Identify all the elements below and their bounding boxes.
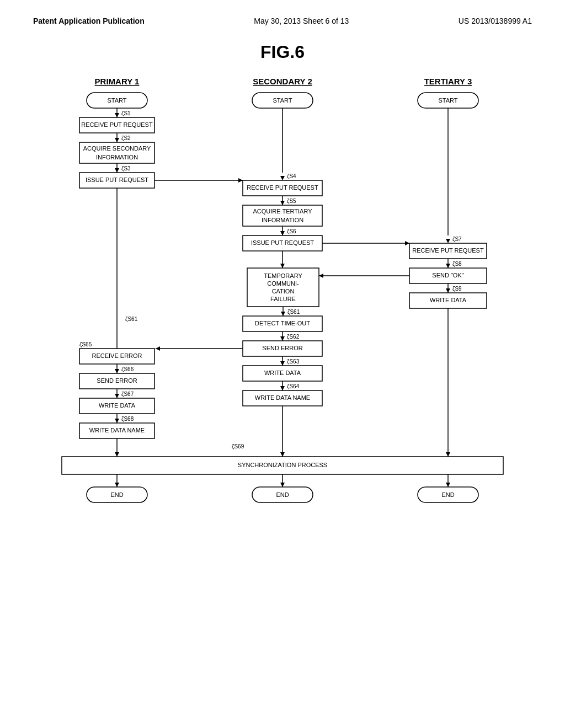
svg-marker-15: [405, 241, 409, 245]
temp-failure-text3: CATION: [272, 288, 295, 295]
flowchart-svg: PRIMARY 1 SECONDARY 2 TERTIARY 3 START ζ…: [45, 73, 520, 713]
tertiary-start-text: START: [438, 97, 457, 104]
s1-label: ζS1: [121, 110, 131, 117]
svg-marker-44: [115, 452, 119, 457]
write-data-name-1-text: WRITE DATA NAME: [89, 427, 145, 433]
svg-marker-1: [115, 113, 119, 117]
svg-marker-7: [238, 178, 243, 183]
receive-error-text: RECEIVE ERROR: [92, 352, 142, 359]
s61-label: ζS61: [125, 316, 138, 323]
s63-label: ζS63: [287, 358, 300, 365]
s7-label: ζS7: [452, 236, 462, 243]
svg-marker-19: [446, 264, 450, 268]
s69-label: ζS69: [232, 443, 244, 450]
s64-label: ζS64: [287, 383, 300, 390]
secondary-end-text: END: [276, 491, 289, 498]
svg-marker-13: [280, 231, 285, 235]
receive-put-2-text: RECEIVE PUT REQUEST: [247, 184, 318, 191]
acquire-secondary-text2: INFORMATION: [96, 154, 138, 160]
s68-label: ζS68: [121, 416, 134, 422]
s6-label: ζS6: [287, 228, 296, 235]
svg-marker-27: [281, 312, 285, 316]
s66-label: ζS66: [121, 366, 134, 373]
write-data-name-2-text: WRITE DATA NAME: [255, 394, 310, 401]
svg-marker-5: [115, 168, 119, 173]
s9-label: ζS9: [452, 286, 462, 292]
col2-label: SECONDARY 2: [253, 77, 312, 86]
svg-marker-31: [156, 346, 160, 351]
svg-marker-52: [280, 483, 285, 487]
s2-label: ζS2: [121, 135, 131, 142]
s61-label2: ζS61: [287, 309, 300, 315]
col1-label: PRIMARY 1: [95, 77, 140, 86]
svg-marker-40: [115, 394, 119, 398]
s8-label: ζS8: [452, 261, 462, 267]
header-right: US 2013/0138999 A1: [459, 17, 532, 25]
s3-label: ζS3: [121, 165, 131, 172]
page: Patent Application Publication May 30, 2…: [0, 0, 565, 728]
receive-put-3-text: RECEIVE PUT REQUEST: [412, 247, 484, 254]
svg-marker-21: [446, 288, 450, 293]
svg-marker-48: [446, 452, 450, 457]
svg-marker-17: [446, 239, 450, 243]
header-left: Patent Application Publication: [33, 17, 145, 25]
svg-marker-46: [280, 452, 285, 457]
acquire-secondary-text1: ACQUIRE SECONDARY: [83, 145, 151, 152]
col3-label: TERTIARY 3: [424, 77, 472, 86]
send-error-2-text: SEND ERROR: [97, 377, 137, 384]
receive-put-1-text: RECEIVE PUT REQUEST: [81, 121, 153, 128]
temp-failure-text2: COMMUNI-: [267, 280, 299, 287]
secondary-start-text: START: [273, 97, 292, 104]
write-data-3-text: WRITE DATA: [430, 297, 467, 303]
acquire-tertiary-text1: ACQUIRE TERTIARY: [253, 208, 313, 215]
svg-marker-23: [319, 274, 323, 278]
svg-marker-38: [115, 369, 119, 373]
svg-marker-54: [446, 483, 450, 487]
s62-label: ζS62: [287, 334, 300, 340]
s5-label: ζS5: [287, 198, 296, 205]
svg-marker-3: [115, 138, 119, 142]
temp-failure-text4: FAILURE: [270, 296, 296, 302]
send-error-1-text: SEND ERROR: [262, 345, 302, 351]
header-center: May 30, 2013 Sheet 6 of 13: [254, 17, 349, 25]
svg-marker-35: [280, 386, 285, 390]
diagram-container: PRIMARY 1 SECONDARY 2 TERTIARY 3 START ζ…: [45, 73, 520, 713]
tertiary-end-text: END: [441, 491, 454, 498]
svg-marker-25: [280, 264, 285, 268]
acquire-tertiary-text2: INFORMATION: [262, 217, 303, 223]
issue-put-2-text: ISSUE PUT REQUEST: [251, 239, 314, 246]
write-data-2-text: WRITE DATA: [264, 370, 301, 376]
s65-label: ζS65: [79, 341, 92, 348]
sync-process-text: SYNCHRONIZATION PROCESS: [238, 462, 327, 468]
s67-label: ζS67: [121, 391, 134, 398]
figure-title: FIG.6: [33, 42, 532, 62]
temp-failure-text1: TEMPORARY: [264, 272, 302, 279]
svg-marker-33: [280, 361, 285, 366]
issue-put-1-text: ISSUE PUT REQUEST: [86, 176, 148, 183]
send-ok-text: SEND "OK": [432, 272, 463, 279]
svg-marker-29: [280, 336, 285, 341]
svg-marker-50: [115, 483, 119, 487]
svg-marker-11: [280, 201, 285, 205]
write-data-1-text: WRITE DATA: [99, 402, 136, 409]
detect-timeout-text: DETECT TIME-OUT: [255, 320, 310, 326]
svg-marker-42: [115, 419, 119, 423]
s4-label: ζS4: [287, 173, 296, 180]
svg-marker-9: [280, 176, 285, 180]
primary-end-text: END: [110, 491, 123, 498]
page-header: Patent Application Publication May 30, 2…: [33, 17, 532, 25]
primary-start-text: START: [107, 97, 126, 104]
